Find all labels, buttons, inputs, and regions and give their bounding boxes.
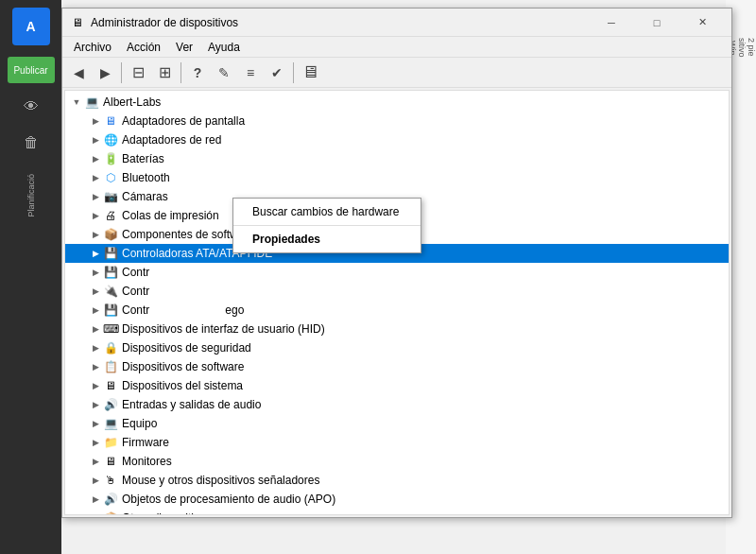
expand-icon[interactable]: ▶ (88, 454, 103, 469)
disk-icon3: 💾 (103, 303, 118, 318)
tree-item-audio[interactable]: ▶ 🔊 Entradas y salidas de audio (65, 395, 729, 414)
root-computer-icon: 💻 (84, 95, 99, 110)
expand-icon[interactable]: ▶ (88, 321, 103, 337)
firmware-icon: 📁 (103, 435, 118, 450)
expand-icon[interactable]: ▶ (88, 227, 103, 242)
item-label: Otros dispositivos (122, 511, 212, 515)
tree-item-computer[interactable]: ▶ 💻 Equipo (65, 414, 729, 433)
tree-item-ctrl3[interactable]: ▶ 💾 Contrego (65, 301, 729, 320)
expand-icon[interactable]: ▶ (88, 189, 103, 204)
expand-icon[interactable]: ▶ (88, 416, 103, 431)
tree-item-firmware[interactable]: ▶ 📁 Firmware (65, 433, 729, 452)
tree-item-hid[interactable]: ▶ ⌨ Dispositivos de interfaz de usuario … (65, 320, 729, 338)
publish-button[interactable]: Publicar (8, 57, 55, 83)
expand-icon[interactable]: ▶ (88, 359, 103, 374)
expand-icon[interactable]: ▶ (88, 113, 103, 129)
expand-icon[interactable]: ▶ (88, 303, 103, 318)
item-label: Adaptadores de red (122, 133, 221, 147)
window-controls: ─ □ ✕ (590, 9, 724, 37)
toolbar-separator-1 (121, 62, 122, 83)
display-button[interactable]: 🖥 (298, 61, 322, 85)
expand-icon[interactable]: ▶ (88, 435, 103, 450)
expand-icon[interactable]: ▶ (88, 265, 103, 280)
maximize-button[interactable]: □ (635, 9, 679, 37)
hid-icon: ⌨ (103, 321, 118, 337)
tree-root-item[interactable]: ▼ 💻 Albert-Labs (65, 93, 729, 112)
item-label: Dispositivos del sistema (122, 379, 243, 392)
system-icon: 🖥 (103, 378, 118, 393)
item-label: Colas de impresión (122, 209, 219, 222)
menu-archivo[interactable]: Archivo (66, 39, 119, 56)
check-button[interactable]: ✔ (265, 61, 289, 85)
tree-item-software-devices[interactable]: ▶ 📋 Dispositivos de software (65, 357, 729, 376)
help-button[interactable]: ? (185, 61, 210, 85)
connector-icon: 🔌 (103, 284, 118, 299)
audio-icon: 🔊 (103, 397, 118, 412)
app-logo[interactable]: A (12, 8, 50, 45)
item-label: Dispositivos de software (122, 360, 244, 373)
tree-item-monitors[interactable]: ▶ 🖥 Monitores (65, 452, 729, 471)
tree-item-ctrl1[interactable]: ▶ 💾 Contr (65, 263, 729, 282)
printer-icon: 🖨 (103, 208, 118, 223)
item-label: Adaptadores de pantalla (122, 114, 245, 128)
expand-icon[interactable]: ▶ (88, 397, 103, 412)
tree-item-ctrl2[interactable]: ▶ 🔌 Contr (65, 282, 729, 301)
battery-icon: 🔋 (103, 151, 118, 166)
list-button[interactable]: ≡ (238, 61, 263, 85)
minimize-button[interactable]: ─ (590, 9, 633, 37)
collapse-button[interactable]: ⊟ (126, 61, 150, 85)
forward-button[interactable]: ▶ (93, 61, 117, 85)
monitor-icon: 🖥 (103, 113, 118, 129)
tree-item-batteries[interactable]: ▶ 🔋 Baterías (65, 149, 729, 168)
network-icon: 🌐 (103, 132, 118, 147)
expand-icon[interactable]: ▶ (88, 378, 103, 393)
item-label: Mouse y otros dispositivos señaladores (122, 474, 319, 487)
trash-icon[interactable]: 🗑 (17, 129, 45, 157)
device-manager-window: 🖥 Administrador de dispositivos ─ □ ✕ Ar… (61, 8, 732, 518)
tree-item-mouse[interactable]: ▶ 🖱 Mouse y otros dispositivos señalador… (65, 471, 729, 490)
toolbar-separator-3 (293, 62, 294, 83)
tree-item-other[interactable]: ▶ 📦 Otros dispositivos (65, 509, 729, 515)
camera-icon: 📷 (103, 189, 118, 204)
tree-item-adapters-network[interactable]: ▶ 🌐 Adaptadores de red (65, 130, 729, 149)
tree-item-system-devices[interactable]: ▶ 🖥 Dispositivos del sistema (65, 376, 729, 395)
back-button[interactable]: ◀ (66, 61, 91, 85)
item-label: Cámaras (122, 190, 168, 203)
context-menu-scan-hardware[interactable]: Buscar cambios de hardware (233, 200, 421, 223)
tree-item-adapters-display[interactable]: ▶ 🖥 Adaptadores de pantalla (65, 112, 729, 130)
item-label: Dispositivos de seguridad (122, 341, 251, 355)
tree-item-security[interactable]: ▶ 🔒 Dispositivos de seguridad (65, 338, 729, 357)
expand-icon[interactable]: ▶ (88, 473, 103, 488)
menu-accion[interactable]: Acción (119, 39, 168, 56)
expand-icon[interactable]: ▶ (88, 208, 103, 223)
toolbar-separator-2 (180, 62, 181, 83)
expand-icon[interactable]: ▶ (88, 246, 103, 261)
tree-item-bluetooth[interactable]: ▶ ⬡ Bluetooth (65, 168, 729, 187)
window-title: Administrador de dispositivos (91, 16, 590, 29)
software-icon: 📋 (103, 359, 118, 374)
expand-icon[interactable]: ▶ (88, 170, 103, 185)
disk-icon: 💾 (103, 246, 118, 261)
eye-icon[interactable]: 👁 (17, 93, 45, 121)
device-tree[interactable]: ▼ 💻 Albert-Labs ▶ 🖥 Adaptadores de panta… (64, 90, 730, 515)
content-area: ▼ 💻 Albert-Labs ▶ 🖥 Adaptadores de panta… (62, 88, 731, 517)
menu-ver[interactable]: Ver (168, 39, 200, 56)
expand-icon[interactable]: ▶ (88, 132, 103, 147)
expand-icon[interactable]: ▶ (88, 284, 103, 299)
close-button[interactable]: ✕ (680, 9, 724, 37)
expand-icon[interactable]: ▶ (88, 340, 103, 355)
root-label: Albert-Labs (103, 95, 161, 109)
expand-icon[interactable]: ▶ (88, 151, 103, 166)
left-sidebar: A Publicar 👁 🗑 Planificació (0, 0, 61, 554)
tree-item-apo[interactable]: ▶ 🔊 Objetos de procesamiento de audio (A… (65, 490, 729, 509)
apo-icon: 🔊 (103, 492, 118, 507)
edit-button[interactable]: ✎ (212, 61, 236, 85)
titlebar: 🖥 Administrador de dispositivos ─ □ ✕ (62, 9, 731, 37)
root-expand-icon[interactable]: ▼ (69, 95, 84, 110)
expand-button[interactable]: ⊞ (152, 61, 177, 85)
context-menu-properties[interactable]: Propiedades (233, 228, 421, 251)
expand-icon[interactable]: ▶ (88, 511, 103, 515)
disk-icon2: 💾 (103, 265, 118, 280)
expand-icon[interactable]: ▶ (88, 492, 103, 507)
menu-ayuda[interactable]: Ayuda (200, 39, 248, 56)
